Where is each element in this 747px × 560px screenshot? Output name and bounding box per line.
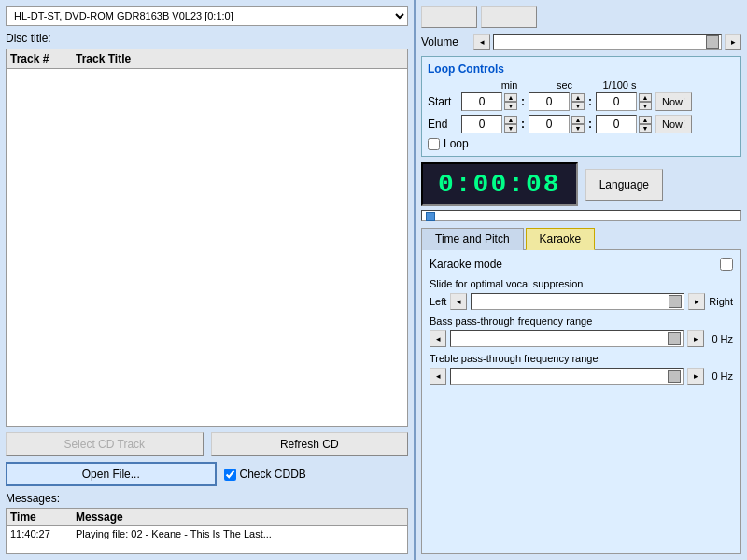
start-hundredth-up[interactable]: ▲ (639, 93, 652, 102)
start-sec-down[interactable]: ▼ (571, 102, 585, 110)
loop-end-label: End (428, 118, 458, 131)
button-row-2: Open File... Check CDDB (6, 462, 408, 486)
start-hundredth-input[interactable] (596, 92, 637, 111)
loop-header-row: min sec 1/100 s (428, 79, 735, 91)
vocal-slider-row: Left ◂ ▸ Right (430, 293, 733, 310)
end-sec-up[interactable]: ▲ (571, 116, 585, 124)
check-cddb-row: Check CDDB (224, 468, 409, 481)
start-min-spinner: ▲ ▼ (461, 92, 517, 111)
end-min-spinner: ▲ ▼ (461, 115, 517, 133)
vocal-right-arrow[interactable]: ▸ (688, 293, 705, 310)
vocal-left-arrow[interactable]: ◂ (450, 293, 467, 310)
start-hundredth-spinner: ▲ ▼ (596, 92, 652, 111)
end-hundredth-input[interactable] (596, 115, 637, 133)
progress-track[interactable] (421, 210, 741, 221)
start-sec-spinner: ▲ ▼ (529, 92, 585, 111)
start-min-up[interactable]: ▲ (504, 93, 517, 102)
loop-checkbox[interactable] (428, 138, 440, 150)
end-min-input[interactable] (461, 115, 502, 133)
msg-col-time-header: Time (10, 511, 76, 524)
loop-col-min-label: min (484, 79, 535, 91)
messages-table-body: 11:40:27 Playing file: 02 - Keane - This… (7, 526, 407, 541)
start-now-button[interactable]: Now! (655, 92, 692, 111)
select-cd-button[interactable]: Select CD Track (6, 432, 204, 456)
treble-slider-track[interactable] (450, 368, 684, 385)
time-display: 0:00:08 (421, 162, 578, 206)
end-sec-spinner: ▲ ▼ (529, 115, 585, 133)
top-button-2[interactable] (481, 6, 537, 28)
vocal-slider-track[interactable] (471, 293, 684, 310)
start-min-down[interactable]: ▼ (504, 102, 517, 110)
messages-label: Messages: (6, 492, 408, 505)
track-col-num-header: Track # (10, 52, 76, 65)
loop-controls-title: Loop Controls (428, 63, 735, 76)
loop-col-sec-label: sec (539, 79, 590, 91)
loop-col-hundredth-label: 1/100 s (594, 79, 645, 91)
time-lang-row: 0:00:08 Language (421, 162, 741, 206)
messages-table-header: Time Message (7, 509, 407, 526)
treble-right-arrow[interactable]: ▸ (687, 368, 704, 385)
end-now-button[interactable]: Now! (655, 115, 692, 133)
track-table-body (7, 69, 407, 421)
end-hundredth-spinner: ▲ ▼ (596, 115, 652, 133)
open-file-button[interactable]: Open File... (6, 462, 217, 486)
progress-indicator (426, 212, 435, 221)
volume-row: Volume ◂ ▸ (421, 34, 741, 50)
start-min-arrows: ▲ ▼ (504, 93, 517, 110)
message-row: 11:40:27 Playing file: 02 - Keane - This… (10, 528, 403, 539)
end-min-up[interactable]: ▲ (504, 116, 517, 124)
msg-time: 11:40:27 (10, 528, 76, 539)
loop-check-row: Loop (428, 137, 735, 150)
messages-table: Time Message 11:40:27 Playing file: 02 -… (6, 508, 408, 554)
loop-controls-box: Loop Controls min sec 1/100 s Start ▲ ▼ … (421, 56, 741, 157)
start-min-input[interactable] (461, 92, 502, 111)
end-hundredth-arrows: ▲ ▼ (639, 116, 652, 133)
left-label: Left (430, 296, 446, 307)
language-button[interactable]: Language (585, 169, 663, 201)
track-table: Track # Track Title (6, 49, 408, 427)
start-sec-input[interactable] (529, 92, 570, 111)
tab-time-and-pitch[interactable]: Time and Pitch (421, 228, 524, 250)
colon-4: : (588, 118, 592, 131)
end-hundredth-down[interactable]: ▼ (639, 124, 652, 133)
end-min-down[interactable]: ▼ (504, 124, 517, 133)
bass-right-arrow[interactable]: ▸ (687, 330, 704, 347)
bass-slider-track[interactable] (450, 330, 684, 347)
volume-slider-thumb (706, 35, 719, 49)
end-hundredth-up[interactable]: ▲ (639, 116, 652, 124)
treble-slider-row: ◂ ▸ 0 Hz (430, 368, 733, 385)
loop-start-label: Start (428, 95, 458, 108)
disc-drive-row: HL-DT-ST, DVD-ROM GDR8163B V0L23 [0:1:0] (6, 6, 408, 26)
vocal-slider-thumb (669, 295, 682, 308)
end-sec-down[interactable]: ▼ (571, 124, 585, 133)
loop-end-row: End ▲ ▼ : ▲ ▼ : ▲ ▼ (428, 115, 735, 133)
bass-slider-row: ◂ ▸ 0 Hz (430, 330, 733, 347)
start-hundredth-arrows: ▲ ▼ (639, 93, 652, 110)
check-cddb-label: Check CDDB (240, 468, 306, 481)
top-button-1[interactable] (421, 6, 477, 28)
treble-left-arrow[interactable]: ◂ (430, 368, 446, 385)
karaoke-mode-label: Karaoke mode (430, 258, 712, 271)
volume-label: Volume (421, 35, 468, 49)
end-sec-input[interactable] (529, 115, 570, 133)
volume-left-arrow[interactable]: ◂ (473, 34, 490, 50)
messages-section: Messages: Time Message 11:40:27 Playing … (6, 492, 408, 554)
karaoke-mode-checkbox[interactable] (720, 258, 733, 271)
start-sec-arrows: ▲ ▼ (571, 93, 585, 110)
bass-left-arrow[interactable]: ◂ (430, 330, 446, 347)
top-buttons-row (421, 6, 741, 28)
bass-hz-label: 0 Hz (712, 333, 733, 344)
track-table-header: Track # Track Title (7, 49, 407, 69)
volume-slider-track[interactable] (493, 34, 722, 50)
volume-right-arrow[interactable]: ▸ (725, 34, 741, 50)
disc-drive-select[interactable]: HL-DT-ST, DVD-ROM GDR8163B V0L23 [0:1:0] (6, 6, 408, 26)
start-hundredth-down[interactable]: ▼ (639, 102, 652, 110)
colon-2: : (588, 95, 592, 108)
treble-slider-thumb (668, 370, 681, 383)
start-sec-up[interactable]: ▲ (571, 93, 585, 102)
tab-content-karaoke: Karaoke mode Slide for optimal vocal sup… (421, 250, 741, 554)
colon-1: : (521, 95, 525, 108)
refresh-cd-button[interactable]: Refresh CD (211, 432, 409, 456)
check-cddb-checkbox[interactable] (224, 469, 236, 481)
tab-karaoke[interactable]: Karaoke (526, 228, 596, 250)
